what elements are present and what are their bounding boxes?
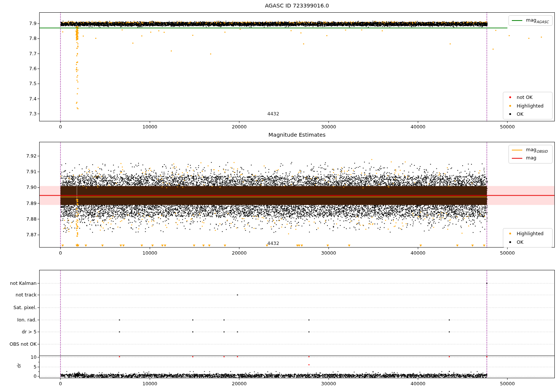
- y-tick-label: 7.87: [16, 232, 37, 238]
- y-tick-label: 7.5: [16, 81, 37, 87]
- x-tick-label: 50000: [496, 124, 519, 130]
- y-tick-label: 7.4: [16, 96, 37, 102]
- x-tick-label: 20000: [228, 250, 251, 256]
- chart1-annotation-count: 4432: [260, 111, 286, 116]
- flag-row-label: OBS not OK: [0, 341, 37, 347]
- x-tick-label: 20000: [228, 381, 251, 387]
- highlighted-dot-icon: [509, 233, 511, 234]
- x-tick-label: 10000: [139, 124, 161, 130]
- legend-label-ok: OK: [517, 111, 523, 117]
- x-tick-label: 0: [49, 381, 72, 387]
- flag-row-label: not track: [0, 292, 37, 298]
- legend-mag-agasc: magAGASC: [508, 15, 553, 26]
- ok-dot-icon: [509, 241, 511, 243]
- x-tick-label: 30000: [317, 250, 340, 256]
- legend-label-not-ok: not OK: [517, 94, 532, 100]
- y-tick-label: 7.92: [16, 153, 37, 159]
- dr-tick-label: 10: [16, 354, 37, 360]
- legend-entry-mag-agasc: magAGASC: [511, 17, 550, 25]
- flag-row-label: Ion. rad.: [0, 317, 37, 323]
- dr-tick-label: 5: [16, 364, 37, 370]
- legend-entry-not-ok: not OK: [505, 93, 550, 101]
- y-tick-label: 7.6: [16, 66, 37, 72]
- y-tick-label: 7.90: [16, 184, 37, 190]
- dr-tick-label: 0: [16, 373, 37, 379]
- legend-label-mag-obsid: magOBSID: [526, 147, 548, 153]
- legend-entry-mag: mag: [511, 154, 550, 162]
- x-tick-label: 20000: [228, 124, 251, 130]
- legend-mag-lines: magOBSID mag: [508, 145, 553, 164]
- flag-row-label: not Kalman: [0, 280, 37, 286]
- legend-entry-ok: OK: [505, 110, 550, 118]
- legend-label-ok-mid: OK: [517, 239, 523, 245]
- legend-mid-status: Highlighted OK: [503, 228, 553, 248]
- x-tick-label: 10000: [139, 250, 161, 256]
- x-tick-label: 50000: [496, 381, 519, 387]
- legend-label-highlighted-mid: Highlighted: [517, 231, 544, 236]
- y-tick-label: 7.88: [16, 216, 37, 222]
- mag-agasc-line-swatch: [512, 20, 522, 21]
- legend-top-status: not OK Highlighted OK: [503, 92, 553, 119]
- y-tick-label: 7.8: [16, 35, 37, 41]
- legend-label-mag: mag: [526, 155, 536, 162]
- x-tick-label: 10000: [139, 381, 161, 387]
- y-tick-label: 7.89: [16, 200, 37, 206]
- figure-root: AGASC ID 723399016.0 Magnitude Estimates…: [0, 0, 560, 392]
- legend-entry-ok-mid: OK: [505, 238, 550, 246]
- legend-entry-highlighted: Highlighted: [505, 102, 550, 110]
- legend-label-highlighted: Highlighted: [517, 103, 544, 109]
- y-tick-label: 7.9: [16, 21, 37, 27]
- y-tick-label: 7.7: [16, 51, 37, 57]
- chart2-annotation-count: 4432: [260, 240, 286, 246]
- legend-entry-mag-obsid: magOBSID: [511, 146, 550, 154]
- not-ok-dot-icon: [509, 96, 511, 98]
- x-tick-label: 40000: [407, 381, 429, 387]
- flag-row-label: dr > 5: [0, 329, 37, 335]
- y-tick-label: 7.3: [16, 111, 37, 117]
- chart2-title: Magnitude Estimates: [39, 132, 555, 138]
- chart1-title: AGASC ID 723399016.0: [39, 3, 555, 9]
- axes-frame-magnitude-time: [39, 12, 555, 121]
- axes-frame-magnitude-estimates: [39, 142, 555, 248]
- x-tick-label: 40000: [407, 124, 429, 130]
- highlighted-dot-icon: [509, 105, 511, 107]
- x-tick-label: 30000: [317, 381, 340, 387]
- y-tick-label: 7.91: [16, 169, 37, 175]
- ok-dot-icon: [509, 113, 511, 115]
- axes-frame-flags: [39, 270, 555, 378]
- legend-label-mag-agasc: magAGASC: [526, 17, 549, 24]
- flag-row-label: Sat. pixel.: [0, 305, 37, 311]
- x-tick-label: 0: [49, 124, 72, 130]
- x-tick-label: 30000: [317, 124, 340, 130]
- legend-entry-highlighted-mid: Highlighted: [505, 230, 550, 237]
- x-tick-label: 0: [49, 250, 72, 256]
- x-tick-label: 50000: [496, 250, 519, 256]
- mag-line-swatch: [512, 158, 522, 159]
- mag-obsid-line-swatch: [512, 150, 522, 150]
- x-tick-label: 40000: [407, 250, 429, 256]
